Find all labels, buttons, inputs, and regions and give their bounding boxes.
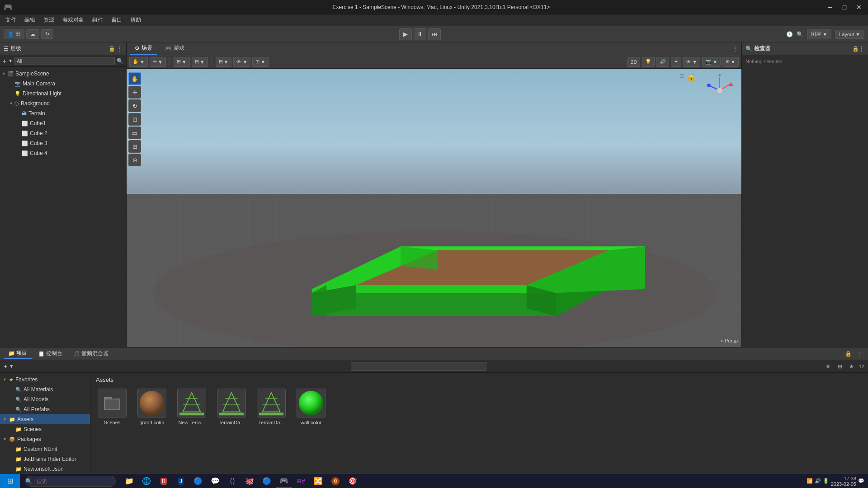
taskbar-app-unity2[interactable]: 🎯: [344, 474, 361, 488]
scene-panel-more-icon[interactable]: ⋮: [732, 46, 738, 52]
hier-item-cube3[interactable]: ⬜ Cube 3: [0, 138, 126, 148]
scene-fx-btn[interactable]: ✦: [671, 57, 681, 67]
add-asset-dropdown[interactable]: ▼: [9, 364, 14, 369]
taskbar-app-rider[interactable]: R: [156, 474, 172, 488]
start-button[interactable]: ⊞: [0, 474, 20, 488]
inspector-lock-icon[interactable]: 🔒: [852, 46, 859, 52]
scene-pivot-toggle[interactable]: ⊞▼: [174, 57, 190, 67]
tree-item-jetbrains[interactable]: 📁 JetBrains Rider Editor: [0, 454, 90, 464]
account-button[interactable]: 👤 刘: [4, 29, 24, 39]
menu-lines-icon[interactable]: ≡: [679, 71, 685, 81]
tree-item-packages[interactable]: ▼ 📦 Packages: [0, 434, 90, 444]
hierarchy-dropdown-icon[interactable]: ▼: [8, 58, 13, 63]
hier-item-cube1[interactable]: ⬜ Cube1: [0, 118, 126, 128]
close-button[interactable]: ✕: [854, 2, 864, 13]
assets-search-input[interactable]: [351, 362, 486, 371]
scene-light-btn[interactable]: 💡: [642, 57, 655, 67]
history-icon[interactable]: 🕐: [786, 31, 793, 38]
taskbar-app-resharper[interactable]: R#: [293, 474, 309, 488]
scene-gizmo[interactable]: [702, 72, 738, 108]
tab-scene[interactable]: ⚙ 场景: [130, 42, 157, 55]
hier-item-directional-light[interactable]: 💡 Directional Light: [0, 89, 126, 99]
scene-global-toggle[interactable]: ⊞▼: [192, 57, 208, 67]
scene-audio-btn[interactable]: 🔊: [656, 57, 669, 67]
tree-item-all-models[interactable]: 🔍 All Models: [0, 394, 90, 404]
tool-rect[interactable]: ▭: [128, 127, 141, 139]
tree-item-custom-nunit[interactable]: 📁 Custom NUnit: [0, 444, 90, 454]
asset-new-terra[interactable]: New Terra...: [174, 387, 210, 427]
scene-2d-btn[interactable]: 2D: [627, 57, 640, 67]
pause-button[interactable]: ⏸: [414, 28, 426, 40]
taskbar-search-input[interactable]: [25, 476, 116, 487]
tab-game[interactable]: 🎮 游戏: [160, 42, 189, 55]
tab-console[interactable]: 📋 控制台: [33, 348, 67, 359]
hierarchy-search[interactable]: [14, 57, 115, 65]
scene-more-icon[interactable]: ⋮: [119, 71, 124, 77]
menu-component[interactable]: 组件: [89, 15, 107, 25]
menu-window[interactable]: 窗口: [108, 15, 126, 25]
hier-item-terrain[interactable]: 🏔 Terrain: [0, 108, 126, 118]
taskbar-app-git[interactable]: 🔀: [310, 474, 326, 488]
scene-vis2-btn[interactable]: 👁▼: [683, 57, 700, 67]
scene-vis-btn[interactable]: 👁▼: [233, 57, 250, 67]
scene-tool-hand[interactable]: ✋▼: [129, 57, 148, 67]
cloud-button[interactable]: ☁: [26, 29, 39, 39]
scene-viewport[interactable]: ✋ ✛ ↻ ⊡ ▭ ⊞ ⊛ ≡ 🔒: [127, 69, 741, 347]
tree-item-newtonsoft[interactable]: 📁 Newtonsoft Json: [0, 464, 90, 474]
lock-icon[interactable]: 🔒: [686, 71, 696, 81]
taskbar-app-debug[interactable]: ⚙: [327, 474, 344, 488]
asset-terrain-data-1[interactable]: TerrainDa...: [213, 387, 250, 427]
notification-icon[interactable]: 💬: [858, 478, 864, 484]
hierarchy-search-icon[interactable]: 🔍: [117, 58, 123, 64]
step-button[interactable]: ⏭: [428, 28, 441, 40]
lock-bottom-btn[interactable]: 🔒: [844, 349, 853, 358]
asset-terrain-data-2[interactable]: TerrainDa...: [253, 387, 289, 427]
taskbar-app-files[interactable]: 📁: [121, 474, 137, 488]
taskbar-app-github[interactable]: 🐙: [241, 474, 258, 488]
tool-scale[interactable]: ⊡: [128, 113, 141, 126]
menu-edit[interactable]: 编辑: [21, 15, 39, 25]
play-button[interactable]: ▶: [399, 28, 412, 40]
tree-item-all-materials[interactable]: 🔍 All Materials: [0, 385, 90, 394]
taskbar-app-vscode[interactable]: ⟨⟩: [224, 474, 241, 488]
tab-project[interactable]: 📁 项目: [4, 348, 32, 359]
scene-grid-btn[interactable]: ⊞▼: [216, 57, 232, 67]
star-filter-icon[interactable]: ★: [847, 362, 856, 371]
hierarchy-more-icon[interactable]: ⋮: [117, 46, 123, 52]
taskbar-app-browser[interactable]: 🔵: [190, 474, 206, 488]
inspector-more-icon[interactable]: ⋮: [859, 46, 864, 52]
tool-hand[interactable]: ✋: [128, 72, 141, 85]
tree-item-all-prefabs[interactable]: 🔍 All Prefabs: [0, 404, 90, 414]
tool-move[interactable]: ✛: [128, 86, 141, 99]
refresh-button[interactable]: ↻: [41, 29, 53, 39]
layout-dropdown[interactable]: Layout ▼: [835, 30, 864, 39]
menu-assets[interactable]: 资源: [40, 15, 58, 25]
filter-icon[interactable]: ⊞: [835, 362, 844, 371]
tree-item-assets[interactable]: ▼ 📁 Assets: [0, 414, 90, 424]
layers-dropdown[interactable]: 图层 ▼: [807, 29, 831, 39]
asset-wall-color[interactable]: wall color: [293, 387, 329, 427]
taskbar-app-jetbrains[interactable]: J: [173, 474, 189, 488]
taskbar-app-edge[interactable]: 🌐: [138, 474, 155, 488]
tree-item-favorites[interactable]: ▼ ★ Favorites: [0, 375, 90, 385]
hier-item-background[interactable]: ▼ ⬡ Background: [0, 99, 126, 108]
search-icon[interactable]: 🔍: [797, 31, 803, 38]
add-hierarchy-button[interactable]: +: [3, 57, 6, 65]
tool-transform[interactable]: ⊞: [128, 140, 141, 153]
taskbar-clock[interactable]: 17:38 2023-02-05: [831, 476, 856, 487]
hier-item-cube2[interactable]: ⬜ Cube 2: [0, 128, 126, 138]
hierarchy-lock-icon[interactable]: 🔒: [108, 46, 115, 52]
scene-tool-move[interactable]: ✛▼: [150, 57, 166, 67]
taskbar-app-chrome[interactable]: 🔵: [259, 474, 275, 488]
tool-rotate[interactable]: ↻: [128, 99, 141, 112]
eye-icon[interactable]: 👁: [824, 362, 833, 371]
asset-grand-color[interactable]: grand color: [134, 387, 170, 427]
more-bottom-btn[interactable]: ⋮: [855, 349, 864, 358]
add-asset-button[interactable]: +: [4, 363, 7, 370]
taskbar-app-slack[interactable]: 💬: [207, 474, 223, 488]
minimize-button[interactable]: ─: [825, 2, 835, 13]
maximize-button[interactable]: □: [839, 2, 850, 13]
scene-cam-btn[interactable]: 📷▼: [702, 57, 721, 67]
scene-gizmo-btn[interactable]: ⊡▼: [252, 57, 269, 67]
hier-item-cube4[interactable]: ⬜ Cube 4: [0, 148, 126, 158]
